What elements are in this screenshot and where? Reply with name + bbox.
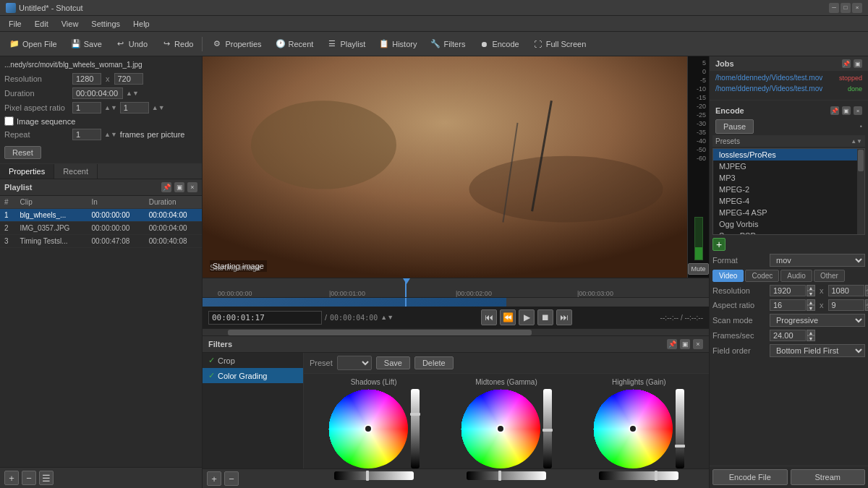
filters-remove-button[interactable]: − bbox=[224, 471, 239, 486]
playlist-pin-icon[interactable]: 📌 bbox=[161, 182, 171, 192]
filter-item-crop[interactable]: ✓ Crop bbox=[203, 353, 303, 368]
filters-add-button[interactable]: + bbox=[207, 471, 221, 486]
skip-to-end-button[interactable]: ⏭ bbox=[556, 309, 572, 325]
playlist-window-icon[interactable]: ▣ bbox=[174, 182, 184, 192]
preset-item[interactable]: MPEG-2 bbox=[713, 184, 864, 195]
midtones-horizontal-slider[interactable] bbox=[467, 471, 546, 480]
encode-height-up[interactable]: ▲ bbox=[865, 285, 869, 291]
menu-file[interactable]: File bbox=[3, 18, 27, 30]
encode-width-input[interactable] bbox=[770, 285, 806, 296]
highlights-horizontal-slider[interactable] bbox=[599, 471, 678, 480]
menu-edit[interactable]: Edit bbox=[29, 18, 54, 30]
filters-window-icon[interactable]: ▣ bbox=[680, 339, 690, 349]
jobs-pin-icon[interactable]: 📌 bbox=[842, 59, 851, 68]
properties-button[interactable]: ⚙ Properties bbox=[205, 36, 267, 52]
playlist-row[interactable]: 2IMG_0357.JPG00:00:00:0000:00:04:00 bbox=[0, 222, 202, 235]
presets-scrollbar[interactable] bbox=[857, 149, 864, 234]
jobs-window-icon[interactable]: ▣ bbox=[854, 59, 862, 68]
highlights-color-wheel[interactable] bbox=[593, 389, 673, 468]
midtones-color-wheel[interactable] bbox=[461, 389, 540, 468]
rewind-button[interactable]: ⏪ bbox=[500, 309, 516, 325]
mute-button[interactable]: Mute bbox=[688, 263, 708, 275]
playlist-add-button[interactable]: + bbox=[4, 471, 19, 485]
recent-button[interactable]: 🕐 Recent bbox=[269, 36, 320, 52]
aspect-h-input[interactable] bbox=[828, 299, 864, 311]
playlist-close-icon[interactable]: × bbox=[187, 182, 197, 192]
timeline-scrollbar[interactable] bbox=[203, 328, 709, 335]
open-file-button[interactable]: 📁 Open File bbox=[3, 36, 63, 52]
encode-height-input[interactable] bbox=[828, 285, 864, 296]
encode-pin-icon[interactable]: 📌 bbox=[830, 106, 839, 115]
fps-up[interactable]: ▲ bbox=[807, 330, 815, 335]
encode-height-down[interactable]: ▼ bbox=[865, 291, 869, 296]
pause-button[interactable]: Pause bbox=[715, 119, 754, 134]
playlist-menu-button[interactable]: ☰ bbox=[39, 471, 54, 485]
preset-item[interactable]: MPEG-4 bbox=[713, 195, 864, 207]
aspect-h-up[interactable]: ▲ bbox=[865, 299, 869, 305]
current-time-input[interactable] bbox=[208, 311, 322, 325]
reset-button[interactable]: Reset bbox=[4, 146, 41, 159]
encode-button[interactable]: ⏺ Encode bbox=[472, 36, 524, 52]
fps-input[interactable] bbox=[770, 330, 806, 341]
shadows-vertical-slider[interactable] bbox=[411, 389, 420, 468]
preset-item[interactable]: Sony-PSP bbox=[713, 230, 864, 235]
filters-close-icon[interactable]: × bbox=[693, 339, 703, 349]
play-button[interactable]: ▶ bbox=[519, 309, 535, 325]
menu-help[interactable]: Help bbox=[127, 18, 156, 30]
image-sequence-checkbox[interactable] bbox=[4, 116, 14, 126]
cg-save-button[interactable]: Save bbox=[376, 356, 410, 369]
encode-tab-audio[interactable]: Audio bbox=[780, 270, 812, 282]
resolution-height-input[interactable] bbox=[114, 73, 143, 85]
preset-item[interactable]: MP3 bbox=[713, 172, 864, 184]
preset-item[interactable]: MPEG-4 ASP bbox=[713, 207, 864, 218]
preset-item[interactable]: lossless/ProRes bbox=[713, 149, 864, 160]
redo-button[interactable]: ↪ Redo bbox=[155, 36, 199, 52]
aspect-w-input[interactable] bbox=[770, 299, 806, 311]
playlist-button[interactable]: ☰ Playlist bbox=[320, 36, 371, 52]
highlights-vertical-slider[interactable] bbox=[676, 389, 684, 468]
filter-item-color-grading[interactable]: ✓ Color Grading bbox=[203, 368, 303, 383]
menu-view[interactable]: View bbox=[56, 18, 85, 30]
filters-pin-icon[interactable]: 📌 bbox=[667, 339, 677, 349]
shadows-horizontal-slider[interactable] bbox=[334, 471, 414, 480]
cg-delete-button[interactable]: Delete bbox=[414, 356, 454, 369]
tab-recent[interactable]: Recent bbox=[54, 164, 98, 179]
encode-window-icon[interactable]: ▣ bbox=[842, 106, 851, 115]
undo-button[interactable]: ↩ Undo bbox=[109, 36, 153, 52]
playlist-remove-button[interactable]: − bbox=[22, 471, 36, 485]
repeat-input[interactable] bbox=[72, 129, 101, 140]
encode-tab-codec[interactable]: Codec bbox=[745, 270, 779, 282]
save-button[interactable]: 💾 Save bbox=[64, 36, 108, 52]
midtones-vertical-slider[interactable] bbox=[543, 389, 552, 468]
playlist-row[interactable]: 3Timing Testsl...00:00:47:0800:00:40:08 bbox=[0, 235, 202, 248]
encode-tab-other[interactable]: Other bbox=[814, 270, 845, 282]
timeline-scroll-thumb[interactable] bbox=[228, 330, 532, 335]
filters-button[interactable]: 🔧 Filters bbox=[424, 36, 471, 52]
preset-item[interactable]: MJPEG bbox=[713, 160, 864, 172]
skip-to-start-button[interactable]: ⏮ bbox=[481, 309, 497, 325]
stream-button[interactable]: Stream bbox=[791, 469, 866, 485]
aspect-w-down[interactable]: ▼ bbox=[807, 305, 815, 311]
duration-input[interactable] bbox=[72, 87, 123, 99]
preset-item[interactable]: Ogg Vorbis bbox=[713, 218, 864, 230]
preset-add-button[interactable]: + bbox=[712, 238, 726, 251]
pixel-aspect-1-input[interactable] bbox=[72, 102, 101, 114]
tab-properties[interactable]: Properties bbox=[0, 164, 54, 179]
encode-close-icon[interactable]: × bbox=[854, 106, 862, 115]
encode-tab-video[interactable]: Video bbox=[712, 270, 744, 282]
format-select[interactable]: mov bbox=[770, 254, 865, 267]
preset-select[interactable] bbox=[337, 356, 372, 370]
playlist-row[interactable]: 1blg_wheels_...00:00:00:0000:00:04:00 bbox=[0, 209, 202, 222]
pixel-aspect-2-input[interactable] bbox=[120, 102, 149, 114]
fps-down[interactable]: ▼ bbox=[807, 335, 815, 341]
field-order-select[interactable]: Bottom Field First bbox=[770, 344, 865, 357]
close-button[interactable]: × bbox=[852, 3, 862, 13]
encode-file-button[interactable]: Encode File bbox=[712, 469, 788, 485]
shadows-color-wheel[interactable] bbox=[328, 389, 408, 468]
maximize-button[interactable]: □ bbox=[841, 3, 851, 13]
encode-width-down[interactable]: ▼ bbox=[807, 291, 815, 296]
resolution-width-input[interactable] bbox=[72, 73, 101, 85]
menu-settings[interactable]: Settings bbox=[85, 18, 126, 30]
encode-width-up[interactable]: ▲ bbox=[807, 285, 815, 291]
fullscreen-button[interactable]: ⛶ Full Screen bbox=[527, 36, 592, 52]
